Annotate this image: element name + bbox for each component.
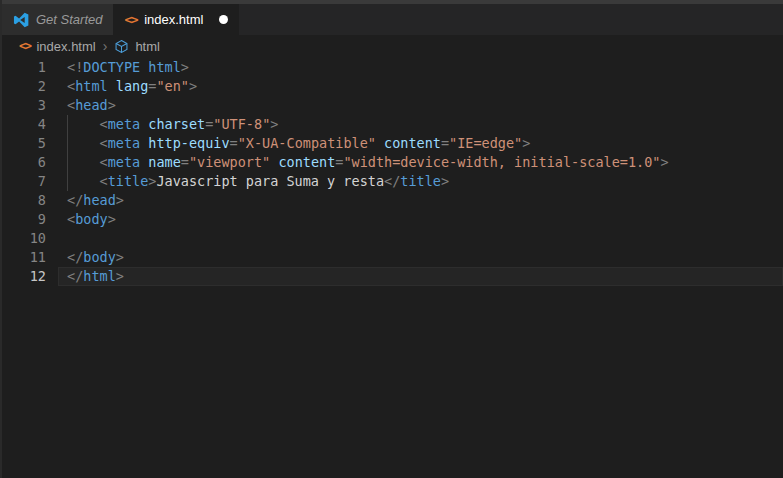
chevron-right-icon: › <box>103 38 108 54</box>
code-line-5[interactable]: 5 <meta http-equiv="X-UA-Compatible" con… <box>2 134 783 153</box>
code-line-8[interactable]: 8</head> <box>2 191 783 210</box>
code-text <box>46 229 67 248</box>
line-number[interactable]: 12 <box>2 267 46 286</box>
line-number[interactable]: 7 <box>2 172 46 191</box>
code-line-10[interactable]: 10 <box>2 229 783 248</box>
line-number[interactable]: 3 <box>2 96 46 115</box>
code-text: <head> <box>46 96 116 115</box>
code-line-6[interactable]: 6 <meta name="viewport" content="width=d… <box>2 153 783 172</box>
vscode-logo-icon <box>13 12 29 28</box>
line-number[interactable]: 11 <box>2 248 46 267</box>
tab-bar: Get Started <> index.html <box>2 4 783 35</box>
breadcrumb: <> index.html › html <box>2 35 783 57</box>
code-line-4[interactable]: 4 <meta charset="UTF-8"> <box>2 115 783 134</box>
code-text: <html lang="en"> <box>46 77 197 96</box>
line-number[interactable]: 9 <box>2 210 46 229</box>
code-line-3[interactable]: 3<head> <box>2 96 783 115</box>
code-text: <meta http-equiv="X-UA-Compatible" conte… <box>46 134 530 153</box>
line-number[interactable]: 8 <box>2 191 46 210</box>
html-file-icon: <> <box>124 13 137 26</box>
breadcrumb-symbol[interactable]: html <box>114 39 160 54</box>
tab-index-html[interactable]: <> index.html <box>113 4 239 35</box>
breadcrumb-file[interactable]: <> index.html <box>19 39 96 54</box>
line-number[interactable]: 4 <box>2 115 46 134</box>
code-line-11[interactable]: 11</body> <box>2 248 783 267</box>
code-text: </html> <box>46 267 124 286</box>
modified-indicator[interactable] <box>219 15 228 24</box>
vscode-window: Get Started <> index.html <> index.html … <box>0 0 783 478</box>
code-line-1[interactable]: 1<!DOCTYPE html> <box>2 58 783 77</box>
code-line-9[interactable]: 9<body> <box>2 210 783 229</box>
current-line-highlight <box>58 267 783 286</box>
breadcrumb-file-label: index.html <box>36 39 95 54</box>
code-text: </head> <box>46 191 124 210</box>
breadcrumb-symbol-label: html <box>135 39 160 54</box>
tab-get-started[interactable]: Get Started <box>2 4 113 35</box>
code-line-12[interactable]: 12</html> <box>2 267 783 286</box>
html-file-icon: <> <box>19 40 30 52</box>
tab-label: index.html <box>144 12 203 27</box>
code-text: <title>Javascript para Suma y resta</tit… <box>46 172 449 191</box>
line-number[interactable]: 6 <box>2 153 46 172</box>
line-number[interactable]: 1 <box>2 58 46 77</box>
tab-label: Get Started <box>36 12 102 27</box>
code-line-7[interactable]: 7 <title>Javascript para Suma y resta</t… <box>2 172 783 191</box>
code-text: <body> <box>46 210 116 229</box>
symbol-cube-icon <box>114 39 129 54</box>
code-text: <meta name="viewport" content="width=dev… <box>46 153 669 172</box>
code-line-2[interactable]: 2<html lang="en"> <box>2 77 783 96</box>
code-text: </body> <box>46 248 124 267</box>
line-number[interactable]: 10 <box>2 229 46 248</box>
code-text: <!DOCTYPE html> <box>46 58 189 77</box>
code-text: <meta charset="UTF-8"> <box>46 115 278 134</box>
code-area[interactable]: 1<!DOCTYPE html>2<html lang="en">3<head>… <box>2 57 783 478</box>
line-number[interactable]: 5 <box>2 134 46 153</box>
line-number[interactable]: 2 <box>2 77 46 96</box>
